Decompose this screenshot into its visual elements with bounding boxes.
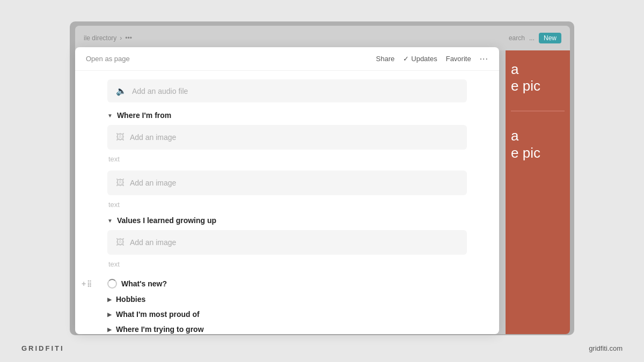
section-values-learned: ▼ Values I learned growing up 🖼 Add an i… — [107, 216, 467, 268]
image-placeholder-text-1: Add an image — [130, 133, 176, 142]
section-toggle-most-proud: ▶ — [107, 312, 112, 317]
watermark-right: gridfiti.com — [589, 344, 623, 352]
image-placeholder-2[interactable]: 🖼 Add an image — [107, 171, 467, 195]
section-whats-new[interactable]: + ⣿ What's new? — [107, 276, 467, 292]
image-placeholder-text-2: Add an image — [130, 179, 176, 187]
image-placeholder-1[interactable]: 🖼 Add an image — [107, 125, 467, 150]
breadcrumb-text: ile directory — [84, 34, 116, 42]
add-block-button[interactable]: + — [82, 279, 86, 288]
open-as-page[interactable]: Open as page — [86, 55, 130, 63]
image-icon-2: 🖼 — [116, 178, 125, 188]
hobbies-label: Hobbies — [116, 295, 145, 304]
trying-to-grow-label: Where I'm trying to grow — [116, 325, 204, 334]
image-placeholder-text-3: Add an image — [130, 238, 176, 247]
section-toggle-values: ▼ — [107, 218, 113, 224]
favorite-button[interactable]: Favorite — [446, 55, 471, 63]
text-placeholder-1[interactable]: text — [107, 155, 467, 163]
updates-button[interactable]: ✓ Updates — [403, 55, 437, 63]
drag-handle[interactable]: ⣿ — [87, 280, 92, 287]
section-where-label: Where I'm from — [117, 111, 171, 120]
section-toggle-where: ▼ — [107, 113, 113, 119]
section-toggle-trying-to-grow: ▶ — [107, 327, 112, 333]
whats-new-label: What's new? — [121, 279, 167, 288]
back-search-dots: ... — [529, 34, 535, 42]
right-preview-bottom: a e pic — [511, 128, 565, 161]
image-placeholder-3[interactable]: 🖼 Add an image — [107, 230, 467, 255]
updates-label: Updates — [411, 55, 437, 63]
loading-spinner-icon — [107, 279, 117, 289]
right-preview-divider — [511, 110, 565, 112]
section-where-im-from-header[interactable]: ▼ Where I'm from — [107, 111, 467, 120]
section-toggle-hobbies: ▶ — [107, 297, 112, 302]
share-button[interactable]: Share — [376, 55, 395, 63]
panel-header-actions: Share ✓ Updates Favorite ··· — [376, 54, 488, 64]
audio-placeholder-text: Add an audio file — [132, 87, 188, 95]
section-values-label: Values I learned growing up — [117, 216, 216, 225]
audio-file-row[interactable]: 🔈 Add an audio file — [107, 79, 467, 102]
section-hobbies[interactable]: ▶ Hobbies — [107, 292, 467, 307]
text-placeholder-3[interactable]: text — [107, 260, 467, 268]
more-button[interactable]: ··· — [480, 54, 488, 64]
main-panel: Open as page Share ✓ Updates Favorite ··… — [75, 47, 499, 334]
panel-header: Open as page Share ✓ Updates Favorite ··… — [75, 47, 499, 71]
check-icon: ✓ — [403, 55, 409, 63]
breadcrumb: ile directory › ••• — [84, 34, 132, 42]
most-proud-label: What I'm most proud of — [116, 310, 200, 319]
audio-icon: 🔈 — [116, 86, 127, 96]
breadcrumb-sep: › — [120, 34, 122, 42]
panel-content: 🔈 Add an audio file ▼ Where I'm from 🖼 A… — [75, 71, 499, 334]
section-values-header[interactable]: ▼ Values I learned growing up — [107, 216, 467, 225]
section-where-im-from: ▼ Where I'm from 🖼 Add an image text 🖼 A… — [107, 111, 467, 209]
back-topbar-right: earch ... New — [509, 33, 561, 43]
back-search: earch — [509, 34, 525, 42]
right-preview-top: a e pic — [511, 61, 565, 94]
right-preview: a e pic a e pic — [506, 50, 570, 334]
breadcrumb-item: ••• — [125, 34, 132, 42]
back-new-button[interactable]: New — [539, 33, 561, 43]
image-icon-3: 🖼 — [116, 238, 125, 247]
section-trying-to-grow[interactable]: ▶ Where I'm trying to grow — [107, 322, 467, 334]
row-controls: + ⣿ — [82, 279, 92, 288]
text-placeholder-2[interactable]: text — [107, 201, 467, 209]
watermark-left: GRIDFITI — [21, 344, 64, 352]
image-icon-1: 🖼 — [116, 132, 125, 142]
section-most-proud[interactable]: ▶ What I'm most proud of — [107, 307, 467, 322]
